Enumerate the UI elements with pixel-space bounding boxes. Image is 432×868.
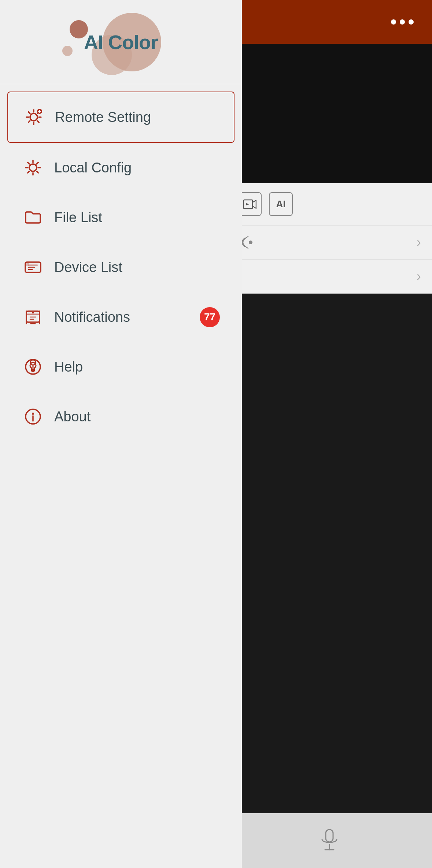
svg-point-2: [29, 164, 37, 171]
circle-small-2: [62, 46, 73, 56]
menu-list: Remote Setting Local Config File List: [0, 84, 242, 449]
svg-point-11: [32, 413, 34, 415]
menu-item-file-list[interactable]: File List: [0, 193, 242, 242]
chevron-right-icon-1: ›: [417, 235, 421, 250]
menu-item-local-config[interactable]: Local Config: [0, 143, 242, 193]
svg-point-6: [32, 312, 34, 314]
right-content: AI › ›: [227, 44, 432, 294]
info-icon: [22, 406, 44, 428]
dot-1: [391, 19, 396, 25]
svg-point-13: [249, 241, 252, 244]
dots-menu[interactable]: [391, 19, 414, 25]
top-bar: [227, 0, 432, 44]
app-title: AI Color: [84, 31, 158, 53]
notification-badge: 77: [200, 307, 220, 327]
drawer: AI Color Remote Setting: [0, 0, 242, 868]
chevron-right-icon-2: ›: [417, 269, 421, 284]
menu-item-help[interactable]: Help: [0, 342, 242, 392]
bottom-mic-area: [227, 813, 432, 868]
help-icon: [22, 356, 44, 378]
menu-item-remote-setting[interactable]: Remote Setting: [7, 92, 235, 143]
menu-label-local-config: Local Config: [54, 160, 132, 176]
dot-2: [400, 19, 405, 25]
control-row-3[interactable]: ›: [227, 260, 432, 294]
bell-icon: [22, 306, 44, 328]
gear-remote-icon: [23, 106, 45, 128]
control-row-1: AI: [227, 183, 432, 226]
menu-item-about[interactable]: About: [0, 392, 242, 442]
device-icon: [22, 256, 44, 278]
menu-label-remote-setting: Remote Setting: [55, 109, 151, 125]
menu-label-help: Help: [54, 359, 83, 375]
svg-rect-14: [326, 830, 333, 842]
ai-icon-box[interactable]: AI: [269, 192, 293, 216]
menu-item-device-list[interactable]: Device List: [0, 242, 242, 292]
control-row-2[interactable]: ›: [227, 226, 432, 260]
menu-item-notifications[interactable]: Notifications 77: [0, 292, 242, 342]
folder-icon: [22, 206, 44, 228]
menu-label-file-list: File List: [54, 210, 102, 226]
menu-label-notifications: Notifications: [54, 309, 130, 325]
controls-area: AI › ›: [227, 183, 432, 294]
app-header: AI Color: [0, 0, 242, 84]
dot-3: [409, 19, 414, 25]
svg-rect-4: [26, 263, 29, 266]
menu-label-device-list: Device List: [54, 260, 122, 275]
video-area: [227, 44, 432, 183]
svg-point-0: [30, 113, 37, 121]
microphone-icon[interactable]: [315, 826, 344, 855]
gear-icon: [22, 157, 44, 179]
logo-area: AI Color: [48, 5, 194, 79]
menu-label-about: About: [54, 409, 91, 425]
